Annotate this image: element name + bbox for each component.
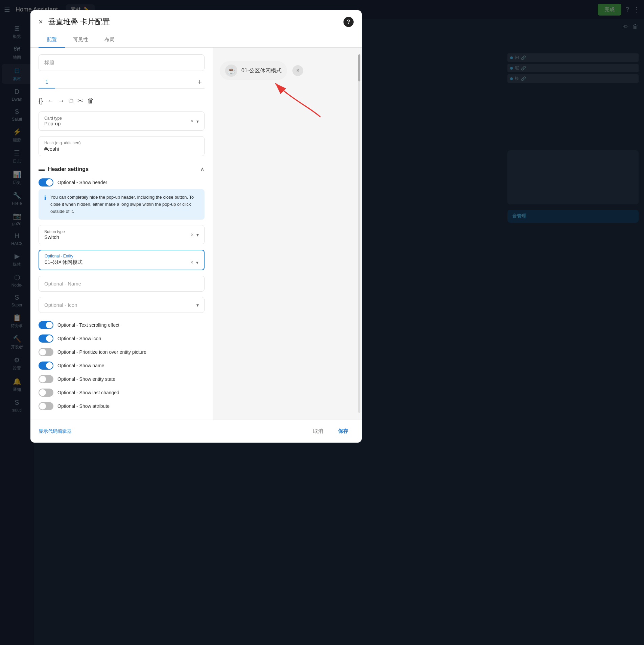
show-icon-label: Optional - Show icon <box>57 336 101 341</box>
cancel-button[interactable]: 取消 <box>308 425 329 437</box>
dialog-help-button[interactable]: ? <box>343 17 354 27</box>
icon-field-arrow-icon[interactable]: ▾ <box>196 302 199 308</box>
card-type-arrow-icon[interactable]: ▾ <box>196 119 199 124</box>
button-type-sublabel: Button type <box>44 229 188 234</box>
info-icon: ℹ <box>44 194 46 215</box>
show-entity-state-knob <box>39 376 46 382</box>
back-icon[interactable]: ← <box>47 97 54 105</box>
preview-chip-row: ☕ 01-公区休闲模式 × <box>220 61 355 80</box>
button-type-field[interactable]: Button type Switch × ▾ <box>39 225 205 244</box>
entity-arrow-icon[interactable]: ▾ <box>196 260 198 265</box>
entity-field[interactable]: Optional · Entity 01-公区休闲模式 × ▾ <box>39 250 205 270</box>
info-text: You can completely hide the pop-up heade… <box>50 194 199 215</box>
tab-layout[interactable]: 布局 <box>96 32 123 48</box>
preview-entity-icon: ☕ <box>225 65 237 77</box>
delete-card-icon[interactable]: 🗑 <box>87 97 94 105</box>
red-arrow <box>260 75 328 122</box>
show-attribute-toggle[interactable] <box>39 402 53 410</box>
dialog-overlay: × 垂直堆叠 卡片配置 ? 配置 可见性 布局 标题 1 + <box>0 0 644 645</box>
show-last-changed-toggle-row: Optional - Show last changed <box>39 386 205 399</box>
text-scroll-toggle-row: Optional - Text scrolling effect <box>39 318 205 332</box>
priority-icon-toggle-row: Optional - Prioritize icon over entity p… <box>39 345 205 359</box>
tab-config[interactable]: 配置 <box>39 32 65 48</box>
show-entity-state-toggle[interactable] <box>39 375 53 383</box>
priority-icon-toggle[interactable] <box>39 348 53 356</box>
button-type-label-wrap: Button type Switch <box>44 229 188 240</box>
entity-field-value: 01-公区休闲模式 <box>45 259 188 266</box>
code-editor-button[interactable]: 显示代码编辑器 <box>39 428 72 435</box>
header-settings-section[interactable]: ▬ Header settings ∧ <box>39 162 205 176</box>
show-icon-toggle[interactable] <box>39 334 53 343</box>
code-icon[interactable]: {} <box>39 97 43 105</box>
show-last-changed-label: Optional - Show last changed <box>57 390 119 395</box>
show-icon-toggle-row: Optional - Show icon <box>39 332 205 345</box>
show-last-changed-knob <box>39 389 46 396</box>
tab-visibility[interactable]: 可见性 <box>65 32 96 48</box>
show-name-toggle[interactable] <box>39 362 53 370</box>
show-entity-state-label: Optional - Show entity state <box>57 376 115 382</box>
entity-field-row: 01-公区休闲模式 × ▾ <box>45 259 198 266</box>
dialog-tabs: 配置 可见性 布局 <box>30 32 362 48</box>
preview-scrollbar-thumb <box>358 54 360 81</box>
form-panel: 标题 1 + {} ← → ⧉ ✂ 🗑 C <box>30 48 213 420</box>
header-section-icon: ▬ <box>39 166 45 173</box>
card-type-label-wrap: Card type Pop-up <box>44 116 188 126</box>
info-box: ℹ You can completely hide the pop-up hea… <box>39 189 205 220</box>
button-type-arrow-icon[interactable]: ▾ <box>196 232 199 238</box>
tab-number-1[interactable]: 1 <box>39 76 55 89</box>
preview-entity-close-button[interactable]: × <box>292 65 303 76</box>
show-attribute-knob <box>39 403 46 410</box>
show-name-toggle-row: Optional - Show name <box>39 359 205 372</box>
cut-icon[interactable]: ✂ <box>77 97 83 105</box>
tab-add-button[interactable]: + <box>195 76 205 88</box>
footer-actions: 取消 保存 <box>308 425 354 437</box>
show-header-knob <box>46 179 53 186</box>
show-attribute-label: Optional - Show attribute <box>57 403 110 409</box>
title-field[interactable]: 标题 <box>39 54 205 71</box>
hash-value: #ceshi <box>44 146 199 152</box>
name-field[interactable]: Optional - Name <box>39 276 205 292</box>
preview-entity-name: 01-公区休闲模式 <box>241 67 282 74</box>
button-type-clear-icon[interactable]: × <box>191 232 194 238</box>
dialog-body: 标题 1 + {} ← → ⧉ ✂ 🗑 C <box>30 48 362 420</box>
show-last-changed-toggle[interactable] <box>39 389 53 397</box>
save-button[interactable]: 保存 <box>333 425 354 437</box>
button-type-value: Switch <box>44 234 188 240</box>
show-name-label: Optional - Show name <box>57 363 104 368</box>
dialog-close-button[interactable]: × <box>39 18 43 26</box>
text-scroll-label: Optional - Text scrolling effect <box>57 322 119 328</box>
preview-scrollbar[interactable] <box>358 54 360 413</box>
show-header-toggle-row: Optional - Show header <box>39 176 205 189</box>
card-toolbar: {} ← → ⧉ ✂ 🗑 <box>39 94 205 107</box>
dialog: × 垂直堆叠 卡片配置 ? 配置 可见性 布局 标题 1 + <box>30 10 362 443</box>
icon-field[interactable]: Optional - Icon ▾ <box>39 297 205 313</box>
entity-field-label: Optional · Entity <box>45 254 198 258</box>
show-entity-state-toggle-row: Optional - Show entity state <box>39 372 205 386</box>
card-type-value: Pop-up <box>44 121 188 126</box>
priority-icon-label: Optional - Prioritize icon over entity p… <box>57 349 146 355</box>
forward-icon[interactable]: → <box>58 97 65 105</box>
card-type-sublabel: Card type <box>44 116 188 121</box>
hash-label: Hash (e.g. #kitchen) <box>44 141 199 145</box>
dialog-title: 垂直堆叠 卡片配置 <box>48 17 338 27</box>
header-section-chevron-icon: ∧ <box>200 166 205 173</box>
show-attribute-toggle-row: Optional - Show attribute <box>39 399 205 413</box>
text-scroll-toggle[interactable] <box>39 321 53 329</box>
dialog-header: × 垂直堆叠 卡片配置 ? <box>30 10 362 27</box>
priority-icon-knob <box>39 349 46 355</box>
tab-number-row: 1 + <box>39 76 205 89</box>
show-name-knob <box>46 362 53 369</box>
copy-icon[interactable]: ⧉ <box>69 97 73 105</box>
hash-field-content: Hash (e.g. #kitchen) #ceshi <box>44 141 199 152</box>
text-scroll-knob <box>46 322 53 328</box>
hash-input-wrap[interactable]: Hash (e.g. #kitchen) #ceshi <box>39 136 205 156</box>
show-icon-knob <box>46 335 53 342</box>
show-header-toggle[interactable] <box>39 178 53 187</box>
show-header-label: Optional - Show header <box>57 180 107 185</box>
preview-panel: ☕ 01-公区休闲模式 × <box>213 48 362 420</box>
card-type-clear-icon[interactable]: × <box>191 118 194 124</box>
card-type-field[interactable]: Card type Pop-up × ▾ <box>39 111 205 131</box>
entity-clear-icon[interactable]: × <box>190 259 193 266</box>
hash-field: Hash (e.g. #kitchen) #ceshi <box>39 136 205 156</box>
icon-field-label: Optional - Icon <box>44 302 194 308</box>
